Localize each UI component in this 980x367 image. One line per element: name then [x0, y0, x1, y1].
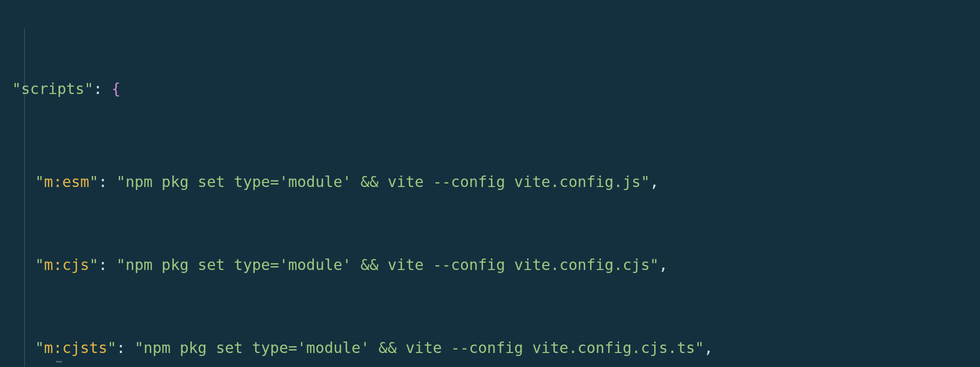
key-quote-close: " — [89, 256, 98, 274]
comma: , — [704, 339, 713, 356]
code-line: "m:cjsts": "npm pkg set type='module' &&… — [12, 329, 980, 367]
key-quote: " — [35, 339, 44, 356]
quote-close: " — [85, 80, 94, 98]
code-line-header: "scripts": { — [12, 75, 980, 103]
quote-open: " — [12, 80, 21, 98]
open-brace: { — [112, 80, 121, 98]
code-line: "m:esm": "npm pkg set type='module' && v… — [12, 163, 980, 201]
code-text: "m:cjs": "npm pkg set type='module' && v… — [12, 258, 668, 272]
key-prefix: m — [44, 173, 53, 190]
key-prefix: m — [44, 339, 53, 356]
code-line: "m:cjs": "npm pkg set type='module' && v… — [12, 246, 980, 284]
script-command: npm pkg set type='module' && vite --conf… — [126, 173, 641, 190]
key-sep: : — [98, 173, 116, 190]
script-command: npm pkg set type='module' && vite --conf… — [126, 256, 650, 274]
val-quote-close: " — [641, 173, 650, 190]
colon-space: : — [94, 80, 112, 98]
fold-ellipsis-icon[interactable]: … — [56, 354, 62, 364]
val-quote: " — [135, 339, 144, 356]
val-quote: " — [117, 256, 126, 274]
key-quote-close: " — [108, 339, 117, 356]
code-text: "m:esm": "npm pkg set type='module' && v… — [12, 174, 659, 190]
code-text: "scripts": { — [12, 82, 121, 96]
key-suffix: esm — [62, 173, 89, 190]
comma: , — [650, 173, 659, 190]
code-text: "m:cjsts": "npm pkg set type='module' &&… — [12, 340, 713, 356]
key-quote: " — [35, 173, 44, 190]
key-sep: : — [117, 339, 135, 356]
scripts-key: scripts — [21, 80, 84, 98]
val-quote-close: " — [695, 339, 704, 356]
key-sep: : — [98, 256, 116, 274]
key-colon: : — [53, 173, 62, 190]
code-editor[interactable]: "scripts": { "m:esm": "npm pkg set type=… — [0, 0, 980, 367]
key-suffix: cjs — [62, 256, 89, 274]
comma: , — [659, 256, 668, 274]
key-quote-close: " — [89, 173, 98, 190]
val-quote: " — [117, 173, 126, 190]
val-quote-close: " — [650, 256, 659, 274]
script-command: npm pkg set type='module' && vite --conf… — [144, 339, 695, 356]
key-quote: " — [35, 256, 44, 274]
key-prefix: m — [44, 256, 53, 274]
key-suffix: cjsts — [62, 339, 107, 356]
key-colon: : — [53, 256, 62, 274]
